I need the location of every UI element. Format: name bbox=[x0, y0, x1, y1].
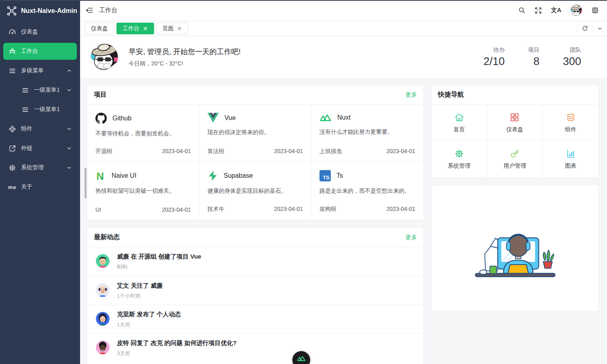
project-group: 技术牛 bbox=[207, 206, 224, 213]
sidebar-item-label: 工作台 bbox=[21, 48, 38, 55]
activity-more-link[interactable]: 更多 bbox=[406, 234, 417, 241]
workspace-illustration bbox=[470, 215, 560, 281]
avatar bbox=[96, 341, 110, 354]
sidebar-item-label: 组件 bbox=[21, 125, 32, 133]
me-icon: me bbox=[8, 184, 16, 190]
sidebar-item-external-links[interactable]: 外链 bbox=[3, 140, 77, 157]
sidebar-item-label: 多级菜单 bbox=[21, 67, 44, 74]
project-date: 2023-04-01 bbox=[162, 206, 191, 213]
layers-icon bbox=[566, 112, 576, 122]
activity-text: 艾文 关注了 威廉 bbox=[117, 282, 163, 290]
activity-title: 最新动态 bbox=[94, 233, 120, 242]
main-content: 项目 更多 Github 不要等待机会，而要创造机会。 开源组 2023-04-… bbox=[80, 78, 607, 364]
sidebar-item-workbench[interactable]: 工作台 bbox=[3, 43, 77, 60]
project-card-ts[interactable]: TS Ts 路是走出来的，而不是空想出来的。 架构组 2023-04-01 bbox=[311, 162, 423, 219]
sidebar-item-system-admin[interactable]: 系统管理 bbox=[3, 159, 77, 176]
activity-text: 皮特 回复了 杰克 的问题 如何进行项目优化? bbox=[117, 339, 237, 347]
translate-icon[interactable]: 文A bbox=[551, 6, 561, 14]
weather-text: 今日晴，20°C - 32°C! bbox=[129, 60, 241, 67]
project-card-nuxt[interactable]: Nuxt 没有什么才能比努力更重要。 上班摸鱼 2023-04-01 bbox=[311, 105, 423, 162]
projects-title: 项目 bbox=[94, 90, 107, 99]
chevron-down-icon bbox=[66, 145, 72, 151]
sidebar-item-dashboard[interactable]: 仪表盘 bbox=[3, 23, 77, 40]
project-date: 2023-04-01 bbox=[162, 148, 191, 155]
close-icon[interactable]: ✕ bbox=[177, 25, 182, 32]
quicknav-item-system-admin[interactable]: 系统管理 bbox=[431, 141, 487, 177]
project-group: 上班摸鱼 bbox=[319, 148, 342, 155]
tab-label: 工作台 bbox=[123, 25, 140, 32]
settings-gear-icon[interactable] bbox=[591, 6, 599, 14]
stat-team: 团队 300 bbox=[563, 46, 581, 68]
naiveui-icon: N bbox=[95, 170, 106, 181]
activity-time: 1个小时前 bbox=[117, 292, 163, 300]
user-avatar[interactable] bbox=[570, 4, 582, 17]
activity-text: 威廉 在 开源组 创建了项目 Vue bbox=[117, 253, 201, 261]
tab-label: 仪表盘 bbox=[91, 25, 108, 32]
supabase-icon bbox=[207, 170, 218, 181]
scrollbar-thumb[interactable] bbox=[85, 168, 87, 198]
app-logo-row[interactable]: Nuxt-Naive-Admin bbox=[0, 0, 80, 22]
menu-lines-icon bbox=[21, 106, 29, 114]
menu-lines-icon bbox=[21, 86, 29, 94]
tab-dashboard[interactable]: 仪表盘 bbox=[85, 23, 114, 34]
stats-row: 待办 2/10 项目 8 团队 300 bbox=[483, 46, 581, 68]
sidebar-item-submenu-1[interactable]: 一级菜单1 bbox=[3, 82, 77, 99]
welcome-banner: 早安, 管理员, 开始您一天的工作吧! 今日晴，20°C - 32°C! 待办 … bbox=[80, 36, 607, 78]
grid-icon bbox=[510, 112, 520, 122]
project-card-naive-ui[interactable]: N Naive UI 热情和欲望可以突破一切难关。 UI 2023-04-01 bbox=[87, 162, 199, 219]
project-group: 算法组 bbox=[207, 148, 224, 155]
home-icon bbox=[454, 112, 464, 122]
app-logo-icon bbox=[6, 6, 17, 16]
fullscreen-icon[interactable] bbox=[535, 7, 542, 14]
project-date: 2023-04-01 bbox=[274, 148, 303, 155]
svg-text:N: N bbox=[96, 170, 104, 181]
quicknav-card: 快捷导航 首页 仪表盘 bbox=[431, 85, 599, 178]
tab-page[interactable]: 页面 ✕ bbox=[157, 23, 188, 34]
activity-text: 克里斯 发布了 个人动态 bbox=[117, 311, 181, 318]
greeting-text: 早安, 管理员, 开始您一天的工作吧! bbox=[129, 47, 241, 57]
quicknav-item-dashboard[interactable]: 仪表盘 bbox=[487, 105, 543, 141]
sidebar-item-label: 系统管理 bbox=[21, 164, 44, 171]
tab-bar: 仪表盘 工作台 ✕ 页面 ✕ bbox=[80, 21, 607, 36]
quicknav-item-components[interactable]: 组件 bbox=[543, 105, 599, 141]
external-link-icon bbox=[8, 145, 16, 152]
menu-lines-icon bbox=[8, 67, 16, 75]
avatar bbox=[96, 254, 110, 268]
tab-label: 页面 bbox=[163, 25, 174, 32]
sidebar-item-label: 仪表盘 bbox=[21, 28, 38, 36]
activity-item: 威廉 在 开源组 创建了项目 Vue 刚刚 bbox=[87, 247, 423, 276]
nuxt-icon bbox=[319, 113, 332, 122]
project-date: 2023-04-01 bbox=[386, 206, 415, 213]
project-card-github[interactable]: Github 不要等待机会，而要创造机会。 开源组 2023-04-01 bbox=[87, 105, 199, 162]
activity-item: 克里斯 发布了 个人动态 1天前 bbox=[87, 305, 423, 333]
project-card-vue[interactable]: Vue 现在的你决定将来的你。 算法组 2023-04-01 bbox=[199, 105, 311, 162]
chevron-down-icon bbox=[66, 126, 72, 132]
projects-more-link[interactable]: 更多 bbox=[406, 91, 417, 99]
chevron-down-icon[interactable] bbox=[592, 21, 607, 36]
refresh-icon[interactable] bbox=[577, 21, 592, 36]
chevron-down-icon bbox=[66, 165, 72, 170]
activity-item: 皮特 回复了 杰克 的问题 如何进行项目优化? 3天前 bbox=[87, 333, 423, 362]
typescript-icon: TS bbox=[319, 170, 331, 181]
quicknav-item-user-admin[interactable]: 用户管理 bbox=[487, 141, 543, 177]
activity-time: 刚刚 bbox=[117, 263, 201, 271]
sidebar-item-submenu-2[interactable]: 一级菜单1 bbox=[3, 101, 77, 118]
gauge-icon bbox=[8, 28, 16, 36]
gear-icon bbox=[454, 149, 464, 159]
breadcrumb[interactable]: 工作台 bbox=[99, 6, 117, 14]
collapse-sidebar-icon[interactable] bbox=[86, 6, 93, 14]
close-icon[interactable]: ✕ bbox=[143, 25, 148, 32]
welcome-avatar bbox=[90, 43, 119, 72]
sidebar-item-about[interactable]: me 关于 bbox=[3, 179, 77, 196]
sidebar-item-components[interactable]: 组件 bbox=[3, 120, 77, 137]
top-header: 工作台 文A bbox=[80, 0, 607, 21]
search-icon[interactable] bbox=[518, 6, 526, 14]
quicknav-item-home[interactable]: 首页 bbox=[431, 105, 487, 141]
project-card-supabase[interactable]: Supabase 健康的身体是实现目标的基石。 技术牛 2023-04-01 bbox=[199, 162, 311, 219]
quicknav-item-charts[interactable]: 图表 bbox=[543, 141, 599, 177]
sidebar-item-multilevel-menu[interactable]: 多级菜单 bbox=[3, 62, 77, 79]
illustration-card bbox=[431, 185, 599, 311]
avatar bbox=[96, 283, 110, 297]
chevron-up-icon bbox=[66, 68, 72, 74]
tab-workbench[interactable]: 工作台 ✕ bbox=[116, 23, 154, 34]
